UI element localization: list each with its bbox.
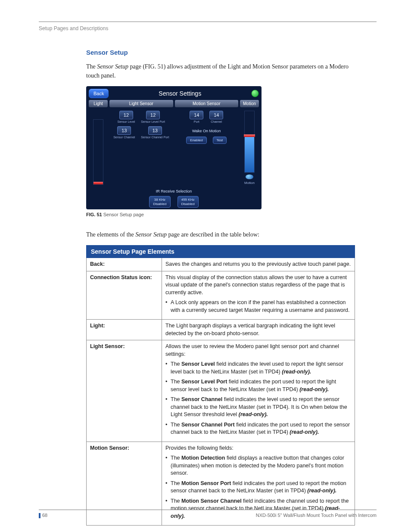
row-conn-bullet: A Lock only appears on the icon if the p… (165, 299, 351, 314)
ir-receive-title: IR Receive Selection (89, 189, 259, 193)
row-back-key: Back: (87, 258, 162, 271)
row-lightsensor-b2: The Sensor Level Port field indicates th… (165, 378, 351, 393)
table-row: Connection Status icon: This visual disp… (87, 271, 355, 320)
motion-side-label: Motion (240, 100, 259, 107)
light-sensor-header: Light Sensor (109, 100, 173, 107)
elements-table: Sensor Setup Page Elements Back: Saves t… (86, 245, 355, 526)
sensor-level-label: Sensor Level (117, 120, 135, 124)
figure-caption-bold: FIG. 51 (86, 212, 102, 217)
sensor-level-value: 12 (119, 111, 133, 119)
back-button[interactable]: Back (89, 89, 109, 98)
figure-caption-rest: Sensor Setup page (102, 212, 144, 217)
row-lightsensor-b1: The Sensor Level field indicates the lev… (165, 361, 351, 376)
row-motionsensor-text: Provides the following fields: (165, 445, 234, 451)
row-back-val: Saves the changes and returns you to the… (162, 258, 355, 271)
light-side-label: Light (89, 100, 108, 107)
ir-38khz-line1: 38 KHz (154, 198, 165, 202)
ir-455khz-button[interactable]: 455 KHz Disabled (177, 196, 199, 208)
motion-bargraph: Motion (240, 109, 259, 187)
table-intro-suffix: page are described in the table below: (167, 231, 259, 238)
row-conn-val: This visual display of the connection st… (162, 271, 355, 320)
sensor-channel-port-value: 13 (148, 126, 162, 135)
motion-sensor-panel: 14 Port 14 Channel Wake On Motion Enable… (175, 109, 239, 187)
motion-caption: Motion (244, 181, 255, 185)
table-row: Light: The Light bargraph displays a ver… (87, 320, 355, 340)
page-footer: 68 NXD-500i 5" Wall/Flush Mount Touch Pa… (39, 510, 377, 518)
page-number: 68 (39, 513, 47, 518)
sensor-channel-label: Sensor Channel (113, 136, 135, 139)
motion-port-value: 14 (190, 111, 203, 119)
row-lightsensor-b4: The Sensor Channel Port field indicates … (165, 421, 351, 436)
section-title: Sensor Setup (86, 49, 355, 56)
ir-455khz-line1: 455 KHz (181, 198, 195, 202)
table-intro-prefix: The elements of the (86, 231, 135, 238)
light-sensor-panel: 12 Sensor Level 12 Sensor Level Port 13 … (109, 109, 173, 187)
connection-status-icon (251, 90, 259, 97)
table-row: Light Sensor: Allows the user to review … (87, 340, 355, 442)
intro-em: Sensor Setup (97, 63, 128, 70)
wake-on-motion-label: Wake On Motion (176, 129, 238, 133)
row-lightsensor-b3: The Sensor Channel field indicates the l… (165, 396, 351, 419)
breadcrumb: Setup Pages and Descriptions (39, 25, 377, 31)
sensor-channel-port-label: Sensor Channel Port (141, 136, 169, 139)
figure-caption: FIG. 51 Sensor Setup page (86, 212, 355, 217)
motion-sensor-header: Motion Sensor (175, 100, 239, 107)
row-conn-key: Connection Status icon: (87, 271, 162, 320)
row-conn-text: This visual display of the connection st… (165, 274, 347, 296)
motion-channel-value: 14 (209, 111, 223, 119)
wake-enabled-button[interactable]: Enabled (186, 137, 206, 144)
light-bargraph (89, 109, 108, 187)
motion-indicator-icon (246, 174, 253, 179)
row-motionsensor-b2: The Motion Sensor Port field indicates t… (165, 480, 351, 495)
sensor-channel-value: 13 (117, 126, 131, 135)
row-motionsensor-b1: The Motion Detection field displays a re… (165, 454, 351, 477)
footer-doc-title: NXD-500i 5" Wall/Flush Mount Touch Panel… (256, 513, 377, 518)
row-light-key: Light: (87, 320, 162, 340)
row-lightsensor-key: Light Sensor: (87, 340, 162, 442)
table-row: Back: Saves the changes and returns you … (87, 258, 355, 271)
ir-38khz-button[interactable]: 38 KHz Disabled (149, 196, 170, 208)
wake-test-button[interactable]: Test (213, 137, 227, 144)
row-lightsensor-text: Allows the user to review the Modero pan… (165, 343, 339, 357)
sensor-level-port-label: Sensor Level Port (141, 120, 165, 124)
row-lightsensor-val: Allows the user to review the Modero pan… (162, 340, 355, 442)
panel-title: Sensor Settings (109, 89, 251, 98)
table-intro: The elements of the Sensor Setup page ar… (86, 230, 355, 239)
motion-channel-label: Channel (211, 120, 222, 124)
table-title: Sensor Setup Page Elements (87, 246, 355, 258)
sensor-level-port-value: 12 (146, 111, 160, 119)
ir-455khz-line2: Disabled (181, 202, 195, 206)
intro-paragraph: The Sensor Setup page (FIG. 51) allows a… (86, 62, 355, 80)
ir-38khz-line2: Disabled (153, 202, 166, 206)
row-light-val: The Light bargraph displays a vertical b… (162, 320, 355, 340)
intro-prefix: The (86, 63, 97, 70)
sensor-settings-figure: Back Sensor Settings Light Light Sensor … (86, 86, 262, 209)
table-intro-em: Sensor Setup (135, 231, 167, 238)
motion-port-label: Port (194, 120, 199, 124)
